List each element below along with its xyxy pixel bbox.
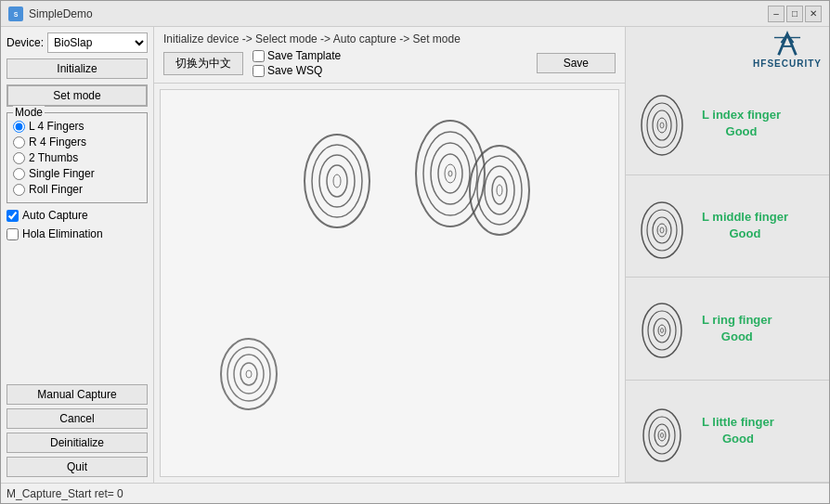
svg-point-18 — [470, 146, 529, 235]
finger-slots: L index finger Good — [626, 72, 829, 483]
svg-point-21 — [492, 176, 507, 204]
save-template-label: Save Tamplate — [267, 49, 341, 62]
svg-point-11 — [333, 174, 341, 187]
deinitialize-button[interactable]: Deinitialize — [6, 433, 148, 453]
hf-logo-icon — [764, 31, 811, 58]
status-bar: M_Capture_Start ret= 0 — [1, 483, 829, 503]
initialize-button[interactable]: Initialize — [6, 58, 148, 79]
finger-name-3: L ring finger — [702, 312, 772, 329]
title-bar-left: S SimpleDemo — [8, 6, 93, 21]
main-content: Device: BioSlap BioMini Other Initialize… — [1, 27, 829, 483]
svg-point-6 — [246, 370, 252, 378]
auto-capture-checkbox[interactable] — [6, 210, 19, 222]
auto-capture-label: Auto Capture — [22, 209, 88, 222]
auto-capture-row[interactable]: Auto Capture — [6, 209, 148, 222]
svg-point-36 — [658, 325, 666, 336]
instruction-text: Initialize device -> Select mode -> Auto… — [163, 32, 460, 45]
mode-2thumbs[interactable]: 2 Thumbs — [13, 151, 141, 164]
finger-image-3 — [629, 291, 694, 366]
svg-point-22 — [497, 185, 502, 196]
svg-point-5 — [240, 363, 257, 385]
finger-image-4 — [629, 394, 694, 468]
hf-logo-text: HFSECURITY — [753, 58, 822, 69]
fingerprint-4 — [456, 136, 544, 243]
save-template-checkbox[interactable] — [253, 50, 265, 62]
hola-elimination-label: Hola Elimination — [22, 227, 103, 240]
hola-elimination-checkbox[interactable] — [6, 228, 19, 240]
svg-point-34 — [648, 311, 676, 350]
svg-point-31 — [657, 224, 667, 237]
language-button[interactable]: 切换为中文 — [163, 52, 243, 75]
finger-slot-1: L index finger Good — [626, 72, 829, 175]
window-title: SimpleDemo — [29, 7, 93, 20]
finger-status-4: Good — [702, 431, 774, 447]
svg-point-7 — [305, 135, 370, 227]
options-col: Save Tamplate Save WSQ — [253, 49, 341, 77]
mode-l4-fingers[interactable]: L 4 Fingers — [13, 120, 141, 133]
finger-image-1 — [629, 86, 694, 161]
svg-point-4 — [234, 355, 264, 394]
minimize-button[interactable]: – — [768, 6, 785, 22]
fingerprint-1 — [207, 328, 291, 420]
svg-point-40 — [655, 424, 669, 446]
device-row: Device: BioSlap BioMini Other — [6, 32, 148, 53]
finger-status-2: Good — [702, 226, 788, 242]
finger-name-1: L index finger — [702, 107, 781, 123]
finger-status-1: Good — [702, 123, 781, 140]
mode-l4-label: L 4 Fingers — [29, 120, 84, 133]
svg-text:S: S — [14, 11, 19, 18]
device-label: Device: — [6, 36, 44, 49]
hf-logo: HFSECURITY — [753, 31, 822, 69]
save-button[interactable]: Save — [537, 53, 616, 73]
cancel-button[interactable]: Cancel — [6, 408, 148, 429]
mode-group-label: Mode — [13, 106, 45, 119]
controls-row: 切换为中文 Save Tamplate Save WSQ Save — [163, 49, 616, 77]
mode-single-finger[interactable]: Single Finger — [13, 167, 141, 180]
right-panel-header: HFSECURITY — [626, 27, 829, 72]
finger-status-3: Good — [702, 329, 772, 345]
finger-label-1: L index finger Good — [702, 107, 781, 140]
finger-name-2: L middle finger — [702, 209, 788, 226]
capture-area — [160, 89, 619, 477]
svg-point-16 — [445, 164, 456, 183]
svg-point-24 — [647, 103, 677, 148]
finger-label-3: L ring finger Good — [702, 312, 772, 345]
manual-capture-button[interactable]: Manual Capture — [6, 384, 148, 405]
right-panel: HFSECURITY L — [625, 27, 829, 483]
svg-point-26 — [657, 118, 667, 133]
svg-point-42 — [661, 433, 664, 437]
save-wsq-checkbox[interactable] — [253, 65, 265, 77]
mode-roll-label: Roll Finger — [29, 183, 83, 196]
center-column: Initialize device -> Select mode -> Auto… — [154, 27, 625, 483]
svg-point-20 — [485, 166, 514, 214]
status-text: M_Capture_Start ret= 0 — [6, 487, 123, 500]
mode-r4-label: R 4 Fingers — [29, 136, 86, 149]
title-bar: S SimpleDemo – □ ✕ — [1, 1, 829, 27]
finger-slot-2: L middle finger Good — [626, 175, 829, 278]
bottom-buttons: Manual Capture Cancel Deinitialize Quit — [6, 384, 148, 477]
mode-r4-fingers[interactable]: R 4 Fingers — [13, 136, 141, 149]
main-window: S SimpleDemo – □ ✕ Device: BioSlap BioMi… — [0, 0, 830, 504]
window-controls: – □ ✕ — [768, 6, 822, 22]
svg-point-2 — [221, 339, 277, 409]
mode-group: Mode L 4 Fingers R 4 Fingers 2 Thumbs Si… — [6, 112, 148, 203]
finger-image-2 — [629, 188, 694, 263]
save-wsq-option[interactable]: Save WSQ — [253, 64, 341, 77]
set-mode-button[interactable]: Set mode — [6, 84, 148, 107]
quit-button[interactable]: Quit — [6, 457, 148, 477]
finger-label-2: L middle finger Good — [702, 209, 788, 242]
svg-point-30 — [653, 217, 671, 243]
svg-point-25 — [653, 110, 671, 140]
mode-roll-finger[interactable]: Roll Finger — [13, 183, 141, 196]
maximize-button[interactable]: □ — [786, 6, 803, 22]
top-controls: Initialize device -> Select mode -> Auto… — [154, 27, 625, 84]
device-select[interactable]: BioSlap BioMini Other — [47, 32, 148, 53]
hola-elimination-row[interactable]: Hola Elimination — [6, 227, 148, 240]
save-template-option[interactable]: Save Tamplate — [253, 49, 341, 62]
app-icon: S — [8, 6, 23, 21]
svg-point-37 — [661, 329, 664, 333]
svg-point-32 — [660, 227, 664, 233]
finger-label-4: L little finger Good — [702, 414, 774, 447]
fingerprint-display — [161, 90, 618, 476]
close-button[interactable]: ✕ — [805, 6, 822, 22]
